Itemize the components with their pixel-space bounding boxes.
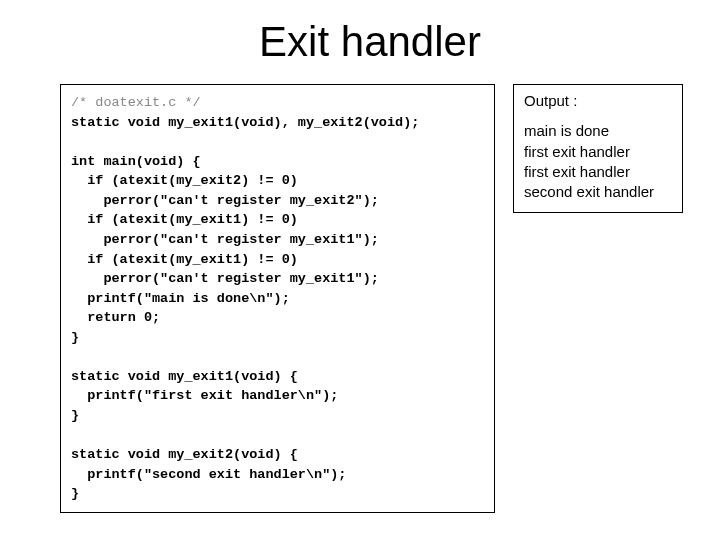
code-close1: } (71, 330, 79, 345)
code-fn1-close: } (71, 408, 79, 423)
code-fn2-close: } (71, 486, 79, 501)
code-decl: static void my_exit1(void), my_exit2(voi… (71, 115, 419, 130)
output-line: second exit handler (524, 182, 672, 202)
code-printf-main: printf("main is done\n"); (71, 291, 290, 306)
output-line: main is done (524, 121, 672, 141)
code-perr3: perror("can't register my_exit1"); (71, 271, 379, 286)
code-comment: /* doatexit.c */ (71, 95, 201, 110)
code-fn2-body: printf("second exit handler\n"); (71, 467, 346, 482)
code-fn1-body: printf("first exit handler\n"); (71, 388, 338, 403)
code-fn1-sig: static void my_exit1(void) { (71, 369, 298, 384)
code-fn2-sig: static void my_exit2(void) { (71, 447, 298, 462)
code-return: return 0; (71, 310, 160, 325)
slide: Exit handler /* doatexit.c */ static voi… (0, 0, 720, 540)
output-line: first exit handler (524, 162, 672, 182)
code-main-sig: int main(void) { (71, 154, 201, 169)
code-perr1: perror("can't register my_exit2"); (71, 193, 379, 208)
output-block: Output : main is done first exit handler… (513, 84, 683, 213)
output-label: Output : (524, 91, 672, 111)
code-if2: if (atexit(my_exit1) != 0) (71, 212, 298, 227)
content-row: /* doatexit.c */ static void my_exit1(vo… (60, 84, 680, 513)
page-title: Exit handler (60, 18, 680, 66)
code-perr2: perror("can't register my_exit1"); (71, 232, 379, 247)
output-line: first exit handler (524, 142, 672, 162)
code-block: /* doatexit.c */ static void my_exit1(vo… (60, 84, 495, 513)
code-if3: if (atexit(my_exit1) != 0) (71, 252, 298, 267)
code-if1: if (atexit(my_exit2) != 0) (71, 173, 298, 188)
